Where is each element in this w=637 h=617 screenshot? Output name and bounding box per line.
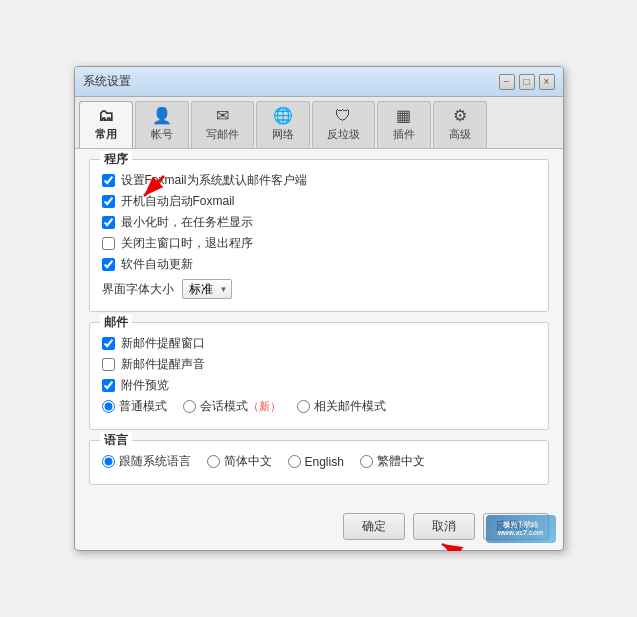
tab-network-icon: 🌐 <box>273 106 293 125</box>
tab-plugin-icon: ▦ <box>396 106 411 125</box>
tab-account-label: 帐号 <box>151 127 173 142</box>
watermark: 极光下载站www.xz7.com <box>486 515 556 543</box>
ok-button[interactable]: 确定 <box>343 513 405 540</box>
tab-antispam-icon: 🛡 <box>335 107 351 125</box>
tab-advanced-label: 高级 <box>449 127 471 142</box>
checkbox-row-1: 开机自动启动Foxmail <box>102 193 536 210</box>
view-mode-related: 相关邮件模式 <box>297 398 386 415</box>
checkbox-row-0: 设置Foxmail为系统默认邮件客户端 <box>102 172 536 189</box>
checkbox-minimize-tray-label: 最小化时，在任务栏显示 <box>121 214 253 231</box>
program-section-body: 设置Foxmail为系统默认邮件客户端 开机自动启动Foxmail 最小化时，在… <box>102 172 536 299</box>
radio-lang-english-label: English <box>305 455 344 469</box>
close-button[interactable]: × <box>539 74 555 90</box>
lang-traditional-chinese: 繁體中文 <box>360 453 425 470</box>
checkbox-attachment-preview[interactable] <box>102 379 115 392</box>
radio-lang-traditional[interactable] <box>360 455 373 468</box>
tab-account[interactable]: 👤 帐号 <box>135 101 189 148</box>
checkbox-row-2: 最小化时，在任务栏显示 <box>102 214 536 231</box>
mail-checkbox-row-2: 附件预览 <box>102 377 536 394</box>
radio-conversation-mode[interactable] <box>183 400 196 413</box>
mail-checkbox-row-1: 新邮件提醒声音 <box>102 356 536 373</box>
radio-lang-simplified[interactable] <box>207 455 220 468</box>
watermark-logo: 极光下载站www.xz7.com <box>486 515 556 543</box>
title-bar: 系统设置 − □ × <box>75 67 563 97</box>
checkbox-new-mail-sound-label: 新邮件提醒声音 <box>121 356 205 373</box>
checkbox-row-3: 关闭主窗口时，退出程序 <box>102 235 536 252</box>
checkbox-new-mail-sound[interactable] <box>102 358 115 371</box>
checkbox-autoupdate-label: 软件自动更新 <box>121 256 193 273</box>
checkbox-close-exit[interactable] <box>102 237 115 250</box>
checkbox-attachment-preview-label: 附件预览 <box>121 377 169 394</box>
view-mode-normal: 普通模式 <box>102 398 167 415</box>
font-size-row: 界面字体大小 小 标准 大 <box>102 279 536 299</box>
tab-general-icon: 🗂 <box>98 107 114 125</box>
radio-lang-simplified-label: 简体中文 <box>224 453 272 470</box>
program-section: 程序 设置Foxmail为系统默认邮件客户端 开机自动启动Foxmail 最小化… <box>89 159 549 312</box>
tab-compose[interactable]: ✉ 写邮件 <box>191 101 254 148</box>
lang-system: 跟随系统语言 <box>102 453 191 470</box>
settings-window: 系统设置 − □ × 🗂 常用 👤 帐号 ✉ 写邮件 🌐 网 <box>74 66 564 551</box>
font-size-select-wrapper: 小 标准 大 <box>182 279 232 299</box>
radio-lang-system[interactable] <box>102 455 115 468</box>
checkbox-autoupdate[interactable] <box>102 258 115 271</box>
mail-section-title: 邮件 <box>100 314 132 331</box>
tab-network-label: 网络 <box>272 127 294 142</box>
language-section-body: 跟随系统语言 简体中文 English 繁體中文 <box>102 453 536 470</box>
checkbox-autostart-label: 开机自动启动Foxmail <box>121 193 235 210</box>
mail-checkbox-row-0: 新邮件提醒窗口 <box>102 335 536 352</box>
radio-related-mode-label: 相关邮件模式 <box>314 398 386 415</box>
tab-advanced-icon: ⚙ <box>453 106 467 125</box>
content-area: 程序 设置Foxmail为系统默认邮件客户端 开机自动启动Foxmail 最小化… <box>75 149 563 507</box>
lang-simplified-chinese: 简体中文 <box>207 453 272 470</box>
minimize-button[interactable]: − <box>499 74 515 90</box>
radio-conversation-mode-label: 会话模式（新） <box>200 398 281 415</box>
checkbox-row-4: 软件自动更新 <box>102 256 536 273</box>
radio-lang-english[interactable] <box>288 455 301 468</box>
radio-normal-mode-label: 普通模式 <box>119 398 167 415</box>
window-controls: − □ × <box>499 74 555 90</box>
radio-lang-traditional-label: 繁體中文 <box>377 453 425 470</box>
radio-lang-system-label: 跟随系统语言 <box>119 453 191 470</box>
cancel-button[interactable]: 取消 <box>413 513 475 540</box>
font-size-select[interactable]: 小 标准 大 <box>182 279 232 299</box>
checkbox-new-mail-alert[interactable] <box>102 337 115 350</box>
font-size-label: 界面字体大小 <box>102 281 174 298</box>
checkbox-minimize-tray[interactable] <box>102 216 115 229</box>
tab-general-label: 常用 <box>95 127 117 142</box>
tab-bar: 🗂 常用 👤 帐号 ✉ 写邮件 🌐 网络 🛡 反垃圾 ▦ 插件 <box>75 97 563 149</box>
program-section-title: 程序 <box>100 151 132 168</box>
tab-plugin-label: 插件 <box>393 127 415 142</box>
checkbox-default-client-label: 设置Foxmail为系统默认邮件客户端 <box>121 172 307 189</box>
tab-advanced[interactable]: ⚙ 高级 <box>433 101 487 148</box>
maximize-button[interactable]: □ <box>519 74 535 90</box>
checkbox-new-mail-alert-label: 新邮件提醒窗口 <box>121 335 205 352</box>
view-mode-row: 普通模式 会话模式（新） 相关邮件模式 <box>102 398 536 415</box>
tab-account-icon: 👤 <box>152 106 172 125</box>
tab-antispam[interactable]: 🛡 反垃圾 <box>312 101 375 148</box>
view-mode-conversation: 会话模式（新） <box>183 398 281 415</box>
mail-section: 邮件 新邮件提醒窗口 新邮件提醒声音 附件预览 <box>89 322 549 430</box>
radio-normal-mode[interactable] <box>102 400 115 413</box>
checkbox-close-exit-label: 关闭主窗口时，退出程序 <box>121 235 253 252</box>
lang-english: English <box>288 455 344 469</box>
checkbox-autostart[interactable] <box>102 195 115 208</box>
tab-compose-label: 写邮件 <box>206 127 239 142</box>
radio-related-mode[interactable] <box>297 400 310 413</box>
tab-compose-icon: ✉ <box>216 106 229 125</box>
window-title: 系统设置 <box>83 73 131 90</box>
language-section-title: 语言 <box>100 432 132 449</box>
language-radio-row: 跟随系统语言 简体中文 English 繁體中文 <box>102 453 536 470</box>
tab-antispam-label: 反垃圾 <box>327 127 360 142</box>
new-badge: （新） <box>248 400 281 412</box>
tab-general[interactable]: 🗂 常用 <box>79 101 133 148</box>
language-section: 语言 跟随系统语言 简体中文 English <box>89 440 549 485</box>
checkbox-default-client[interactable] <box>102 174 115 187</box>
tab-plugin[interactable]: ▦ 插件 <box>377 101 431 148</box>
mail-section-body: 新邮件提醒窗口 新邮件提醒声音 附件预览 普通模式 <box>102 335 536 415</box>
tab-network[interactable]: 🌐 网络 <box>256 101 310 148</box>
